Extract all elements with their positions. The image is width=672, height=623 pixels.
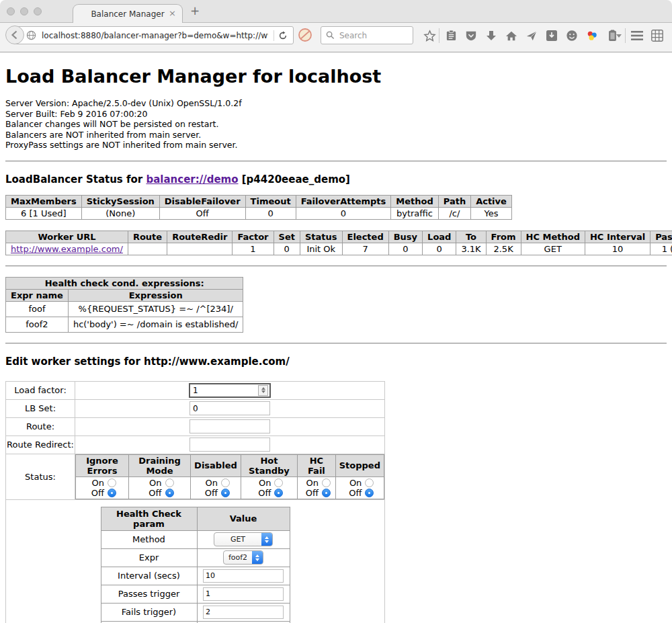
number-spinner-icon[interactable] [258,385,268,396]
tab-title: Balancer Manager [91,9,164,19]
grid-icon[interactable] [650,29,664,42]
pocket-icon[interactable] [464,29,478,42]
route-input[interactable] [190,419,270,433]
route-redirect-input[interactable] [190,438,270,452]
zoom-window-button[interactable] [34,7,42,15]
balancer-link[interactable]: balancer://demo [146,173,238,185]
status-label: Status: [6,454,75,499]
col-active: Active [471,195,512,207]
cell-failoverattempts: 0 [296,207,391,219]
hc-expressions-table: Health check cond. expressions: Expr nam… [5,277,243,333]
colors-icon[interactable] [585,29,599,42]
panel-icon[interactable] [545,29,558,42]
route-label: Route: [6,417,75,435]
col-hc-method: HC Method [521,231,585,243]
hc-fail-off-radio[interactable] [322,489,331,497]
col-factor: Factor [233,231,274,243]
send-icon[interactable] [525,29,538,42]
proxypass-note: ProxyPass settings are NOT inherited fro… [5,140,667,151]
tab-bar: Balancer Manager × + [0,0,672,23]
dropdown-caret-icon[interactable] [615,29,623,42]
on-label: On [302,478,319,488]
heading-suffix: [p4420eeae_demo] [239,173,350,185]
load-factor-input[interactable] [189,383,271,398]
stopped-off-radio[interactable] [365,489,374,497]
disabled-on-radio[interactable] [221,479,230,487]
fails-label: Fails trigger) [101,603,197,621]
download-arrow-icon[interactable] [485,29,498,42]
balancer-status-heading: LoadBalancer Status for balancer://demo … [5,173,667,185]
plugin-blocked-icon[interactable] [298,28,312,42]
hc-fail-on-radio[interactable] [322,479,331,487]
col-passes: Passes [650,231,672,243]
ignore-errors-on-radio[interactable] [108,479,116,487]
col-maxmembers: MaxMembers [6,195,82,207]
menu-icon[interactable] [630,29,644,42]
off-label: Off [255,488,271,498]
fails-input[interactable] [203,606,284,619]
off-label: Off [202,488,218,498]
page-title: Load Balancer Manager for localhost [5,66,667,87]
on-label: On [345,478,362,488]
stopped-on-radio[interactable] [365,479,374,487]
off-label: Off [345,488,362,498]
inherit-note: Balancers are NOT inherited from main se… [5,130,667,140]
col-stopped: Stopped [335,454,384,476]
table-header-row: MaxMembers StickySession DisableFailover… [6,195,512,207]
disabled-off-radio[interactable] [221,489,230,497]
ignore-errors-off-radio[interactable] [108,489,116,497]
reload-icon[interactable] [278,31,288,40]
form-row: Route: [6,417,385,435]
hot-standby-off-radio[interactable] [274,489,283,497]
feedback-icon[interactable] [565,29,579,42]
expr-value: hc('body') =~ /domain is established/ [68,317,243,332]
passes-input[interactable] [203,587,284,601]
cell-to: 3.1K [456,243,486,255]
col-draining-mode: Draining Mode [128,454,190,476]
divider [5,343,667,344]
expr-select[interactable]: foof2 [223,550,263,565]
draining-mode-off-radio[interactable] [165,489,174,497]
url-input[interactable] [40,30,269,41]
health-check-table: Health Check param Value Method GET [101,507,290,623]
browser-tab[interactable]: Balancer Manager × [73,4,183,24]
cell-hc-interval: 10 [585,243,650,255]
back-button[interactable] [5,26,24,44]
server-info: Server Version: Apache/2.5.0-dev (Unix) … [5,98,667,151]
cell-factor: 1 [233,243,274,255]
close-window-button[interactable] [7,7,15,15]
draining-mode-on-radio[interactable] [165,479,174,487]
search-bar[interactable] [321,26,413,44]
on-label: On [146,478,162,488]
table-row: Fails trigger) [101,603,290,621]
bookmark-star-icon[interactable] [423,29,436,42]
home-icon[interactable] [505,29,518,42]
cell-route [128,243,167,255]
table-row: foof2 hc('body') =~ /domain is establish… [6,317,243,332]
hot-standby-on-radio[interactable] [274,479,283,487]
on-label: On [202,478,218,488]
method-label: Method [101,530,197,548]
clipboard-icon[interactable] [444,29,458,42]
col-disabled: Disabled [191,454,241,476]
cell-passes: 1 (0) [650,243,672,255]
cell-hc-method: GET [521,243,585,255]
edit-worker-heading: Edit worker settings for http://www.exam… [5,356,667,368]
back-icon [10,30,19,40]
url-bar[interactable] [15,26,294,44]
interval-input[interactable] [203,569,284,583]
lb-set-input[interactable] [190,401,270,415]
on-label: On [88,478,104,488]
worker-url-link[interactable]: http://www.example.com/ [11,244,123,254]
tab-close-icon[interactable]: × [169,9,176,18]
expr-name: foof [6,301,69,317]
expr-label: Expr [101,548,197,567]
divider [5,265,667,267]
minimize-window-button[interactable] [20,7,28,15]
search-input[interactable] [338,30,401,41]
method-select[interactable]: GET [214,532,273,546]
table-row: 6 [1 Used] (None) Off 0 0 bytraffic /c/ … [6,207,512,219]
new-tab-button[interactable]: + [190,4,200,17]
col-elected: Elected [342,231,388,243]
form-row: LB Set: [6,399,385,417]
